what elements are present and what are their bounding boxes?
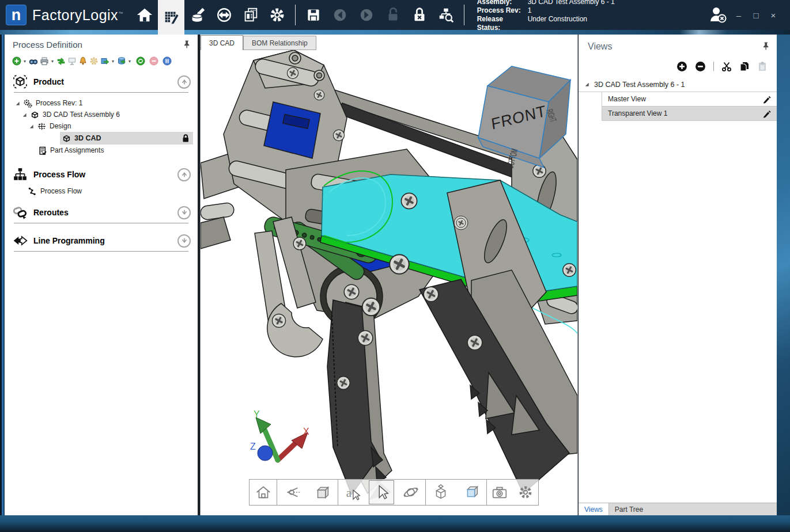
section-line-programming-label: Line Programming (33, 236, 177, 245)
print-dropdown-caret[interactable]: ▾ (51, 59, 54, 64)
view-home-button[interactable] (251, 481, 276, 504)
tree-item-part-assignments[interactable]: Part Assignments (5, 145, 198, 156)
collapse-process-flow-button[interactable] (177, 168, 191, 181)
view-item-transparent[interactable]: Transparent View 1 (602, 107, 777, 121)
tree-item-assembly[interactable]: 3D CAD Test Assembly 6 (5, 109, 198, 120)
tree-item-3d-cad[interactable]: 3D CAD (5, 132, 198, 145)
print-button[interactable] (40, 56, 49, 66)
section-reroutes[interactable]: Reroutes (5, 202, 198, 223)
remove-view-button[interactable] (695, 61, 706, 72)
edit-pencil-icon[interactable] (762, 109, 771, 118)
snapshot-button[interactable] (487, 481, 512, 504)
process-definition-panel: Process Definition ▾ ▾ ▾ ▾ Product (5, 35, 199, 515)
section-line-programming[interactable]: Line Programming (5, 230, 198, 251)
settings-button[interactable] (264, 0, 290, 30)
reroutes-icon (13, 205, 28, 220)
sync-icon (216, 6, 233, 24)
process-flow-child-icon (28, 187, 37, 196)
pin-icon[interactable] (183, 40, 191, 49)
cad-viewport[interactable]: FRONT BOTTOM RIGHT Y X Z (201, 50, 577, 515)
cut-button[interactable] (721, 61, 732, 71)
views-panel: Views 3D CAD Test Assembly 6 - 1 Master … (579, 35, 777, 515)
close-button[interactable]: × (765, 10, 782, 20)
orbit-button[interactable] (398, 481, 424, 504)
section-process-flow[interactable]: Process Flow (5, 164, 198, 185)
gear-button[interactable] (89, 56, 99, 66)
edit-pencil-icon[interactable] (762, 95, 771, 104)
selected-tree-item[interactable]: 3D CAD (60, 132, 193, 145)
save-icon (305, 7, 322, 23)
forward-button[interactable] (353, 0, 380, 30)
user-logout-button[interactable] (706, 0, 730, 30)
database-dropdown-caret[interactable]: ▾ (128, 59, 131, 64)
main-tabstrip: 3D CAD BOM Relationship (201, 35, 577, 50)
annotate-button[interactable]: a (340, 481, 365, 504)
maximize-button[interactable]: □ (747, 10, 765, 20)
user-logout-icon (708, 5, 728, 25)
assembly-info: Assembly:3D CAD Test Assembly 6 - 1 Proc… (477, 0, 615, 32)
tree-item-process-flow[interactable]: Process Flow (5, 185, 198, 197)
alert-bell-button[interactable] (78, 56, 88, 66)
home-button[interactable] (131, 0, 158, 30)
lock-delete-button[interactable] (406, 0, 433, 30)
flow-search-button[interactable] (433, 0, 459, 30)
expand-line-programming-button[interactable] (177, 234, 191, 248)
add-button[interactable] (12, 56, 21, 66)
back-button[interactable] (327, 0, 353, 30)
save-button[interactable] (300, 0, 327, 30)
expander-icon[interactable] (22, 112, 27, 117)
view-settings-button[interactable] (513, 481, 538, 504)
trademark: ™ (118, 10, 123, 16)
tab-part-tree[interactable]: Part Tree (609, 503, 649, 515)
tab-3d-cad[interactable]: 3D CAD (201, 35, 243, 50)
documents-button[interactable] (237, 0, 264, 30)
shaded-view-button[interactable] (310, 481, 335, 504)
remove-button[interactable] (149, 56, 158, 66)
expander-icon[interactable] (584, 82, 589, 87)
expand-reroutes-button[interactable] (177, 206, 191, 219)
tree-item-design[interactable]: Design (5, 120, 198, 132)
collapse-product-button[interactable] (177, 75, 191, 89)
section-button[interactable] (459, 481, 484, 504)
tree-item-process-rev[interactable]: Process Rev: 1 (5, 97, 198, 109)
unlock-button[interactable] (380, 0, 406, 30)
export-dropdown-caret[interactable]: ▾ (112, 59, 114, 64)
view-item-master[interactable]: Master View (602, 92, 777, 107)
sync-button[interactable] (211, 0, 237, 30)
sync-exchange-button[interactable] (56, 56, 66, 66)
divider (14, 251, 188, 252)
window-frame-bottom (0, 515, 790, 532)
tab-bom-relationship[interactable]: BOM Relationship (243, 36, 316, 50)
view-direction-icon (283, 483, 301, 501)
explode-button[interactable] (428, 481, 453, 504)
add-dropdown-caret[interactable]: ▾ (24, 59, 26, 64)
view-item-label: Transparent View 1 (608, 109, 762, 117)
copy-button[interactable] (739, 61, 750, 71)
paste-button[interactable] (757, 61, 768, 71)
refresh-button[interactable] (136, 56, 145, 66)
view-home-icon (254, 483, 273, 501)
views-list: Master View Transparent View 1 (602, 92, 777, 121)
select-tool-button[interactable] (369, 480, 394, 504)
cad-workspace: 3D CAD BOM Relationship (200, 35, 578, 515)
minimize-button[interactable]: – (730, 10, 747, 20)
tree-item-label: Process Flow (40, 187, 82, 195)
import-data-button[interactable] (184, 0, 211, 30)
find-button[interactable] (29, 56, 38, 66)
add-view-button[interactable] (676, 61, 687, 72)
expander-icon[interactable] (15, 101, 20, 106)
process-definition-button[interactable] (158, 0, 184, 35)
views-tree-root[interactable]: 3D CAD Test Assembly 6 - 1 (579, 77, 777, 92)
section-product[interactable]: Product (5, 71, 198, 92)
logo-letter: n (12, 6, 21, 24)
release-status-label: Release Status: (477, 15, 528, 32)
export-button[interactable] (100, 56, 109, 66)
camera-icon (490, 483, 509, 501)
pause-button[interactable] (162, 56, 172, 66)
presentation-button[interactable] (67, 56, 77, 66)
database-export-button[interactable] (117, 56, 126, 66)
expander-icon[interactable] (29, 124, 34, 129)
pin-icon[interactable] (762, 41, 770, 51)
view-direction-button[interactable] (279, 481, 305, 504)
tab-views[interactable]: Views (579, 503, 609, 515)
